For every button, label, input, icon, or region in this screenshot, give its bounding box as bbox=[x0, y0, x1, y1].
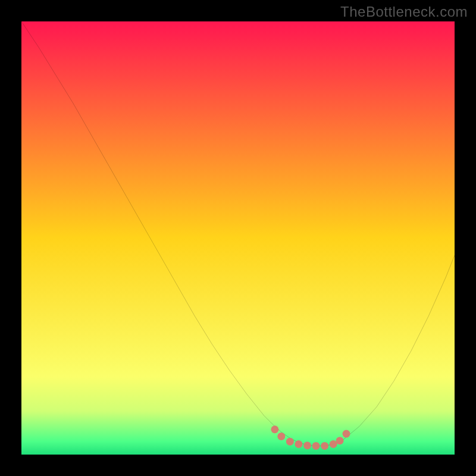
svg-point-6 bbox=[321, 442, 328, 450]
svg-point-5 bbox=[312, 442, 320, 450]
chart-frame: TheBottleneck.com bbox=[0, 0, 476, 476]
watermark-text: TheBottleneck.com bbox=[340, 4, 468, 20]
bottleneck-chart bbox=[21, 21, 455, 455]
svg-point-1 bbox=[277, 433, 285, 440]
plot-background bbox=[21, 21, 455, 455]
svg-point-0 bbox=[271, 425, 278, 433]
svg-point-3 bbox=[295, 440, 302, 448]
svg-point-7 bbox=[330, 440, 337, 448]
svg-point-2 bbox=[286, 438, 294, 446]
svg-point-9 bbox=[343, 430, 350, 438]
svg-point-4 bbox=[303, 441, 311, 449]
svg-point-8 bbox=[336, 437, 344, 444]
